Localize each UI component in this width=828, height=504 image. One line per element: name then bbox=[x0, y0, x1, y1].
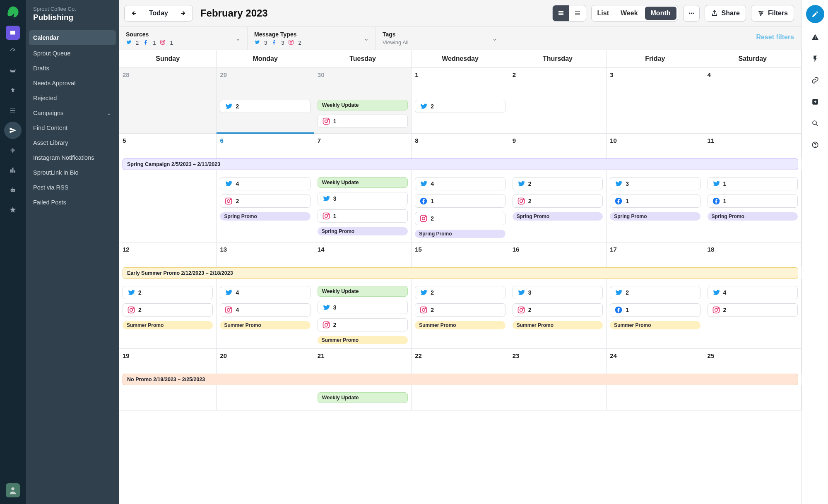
sidebar-item[interactable]: Campaigns⌄ bbox=[26, 106, 119, 120]
post-count-pill[interactable]: 2 bbox=[123, 303, 213, 317]
campaign-banner[interactable]: Early Summer Promo 2/12/2023 – 2/18/2023 bbox=[123, 267, 798, 279]
campaign-tag[interactable]: Spring Promo bbox=[610, 212, 700, 221]
post-count-pill[interactable]: 2 bbox=[415, 303, 505, 317]
calendar-cell-body[interactable]: 2 bbox=[217, 93, 314, 133]
calendar-cell[interactable]: 6 bbox=[217, 134, 314, 158]
calendar-cell[interactable]: 7 bbox=[314, 134, 412, 158]
link-icon[interactable] bbox=[808, 73, 823, 88]
calendar-cell-body[interactable]: 11Spring Promo bbox=[704, 170, 802, 242]
calendar-cell-body[interactable] bbox=[412, 385, 509, 410]
calendar-cell[interactable]: 13 bbox=[217, 242, 314, 267]
campaign-tag[interactable]: Summer Promo bbox=[415, 321, 505, 329]
post-count-pill[interactable]: 1 bbox=[415, 194, 505, 208]
calendar-cell-body[interactable]: 44Summer Promo bbox=[217, 279, 314, 348]
post-count-pill[interactable]: 2 bbox=[513, 303, 603, 317]
nav-analytics-icon[interactable] bbox=[4, 161, 22, 179]
event-pill[interactable]: Weekly Update bbox=[318, 177, 408, 188]
density-full-button[interactable] bbox=[553, 5, 569, 21]
calendar-cell-body[interactable]: 22Summer Promo bbox=[412, 279, 509, 348]
campaign-banner[interactable]: No Promo 2/19/2023 – 2/25/2023 bbox=[123, 374, 798, 385]
next-button[interactable] bbox=[174, 5, 193, 21]
campaign-tag[interactable]: Spring Promo bbox=[708, 212, 798, 221]
post-count-pill[interactable]: 4 bbox=[220, 177, 310, 190]
post-count-pill[interactable]: 2 bbox=[513, 177, 603, 190]
calendar-cell-body[interactable]: Weekly Update bbox=[314, 385, 412, 410]
calendar-cell-body[interactable] bbox=[509, 93, 607, 133]
calendar-cell-body[interactable]: 412Spring Promo bbox=[412, 170, 509, 242]
sidebar-item[interactable]: Calendar bbox=[29, 30, 116, 45]
post-count-pill[interactable]: 4 bbox=[220, 303, 310, 317]
post-count-pill[interactable]: 4 bbox=[415, 177, 505, 190]
user-avatar[interactable] bbox=[6, 483, 20, 497]
bolt-icon[interactable] bbox=[808, 51, 823, 66]
calendar-cell-body[interactable] bbox=[509, 385, 607, 410]
nav-audio-icon[interactable] bbox=[4, 142, 22, 159]
calendar-cell[interactable]: 30 bbox=[314, 68, 412, 93]
calendar-cell-body[interactable]: 22Summer Promo bbox=[119, 279, 217, 348]
calendar-cell[interactable]: 20 bbox=[217, 349, 314, 374]
view-list-button[interactable]: List bbox=[592, 5, 615, 21]
nav-send-icon[interactable] bbox=[4, 122, 22, 139]
post-count-pill[interactable]: 1 bbox=[610, 194, 700, 208]
post-count-pill[interactable]: 2 bbox=[708, 303, 798, 317]
calendar-cell-body[interactable]: 42 bbox=[704, 279, 802, 348]
calendar-cell-body[interactable] bbox=[119, 170, 217, 242]
calendar-cell-body[interactable] bbox=[704, 385, 802, 410]
campaign-tag[interactable]: Summer Promo bbox=[318, 336, 408, 344]
nav-pin-icon[interactable] bbox=[4, 82, 22, 99]
calendar-cell[interactable]: 11 bbox=[704, 134, 802, 158]
calendar-cell[interactable]: 22 bbox=[412, 349, 509, 374]
view-week-button[interactable]: Week bbox=[615, 5, 644, 21]
sidebar-item[interactable]: Needs Approval bbox=[26, 76, 119, 91]
calendar-cell-body[interactable] bbox=[119, 385, 217, 410]
sidebar-item[interactable]: Post via RSS bbox=[26, 180, 119, 195]
sidebar-item[interactable]: Asset Library bbox=[26, 135, 119, 150]
post-count-pill[interactable]: 1 bbox=[610, 303, 700, 317]
calendar-cell[interactable]: 18 bbox=[704, 242, 802, 267]
post-count-pill[interactable]: 1 bbox=[708, 194, 798, 208]
campaign-tag[interactable]: Summer Promo bbox=[513, 321, 603, 329]
sidebar-item[interactable]: Failed Posts bbox=[26, 195, 119, 210]
calendar-cell[interactable]: 24 bbox=[607, 349, 704, 374]
calendar-cell[interactable]: 23 bbox=[509, 349, 607, 374]
post-count-pill[interactable]: 2 bbox=[220, 194, 310, 208]
sidebar-item[interactable]: Find Content bbox=[26, 120, 119, 135]
calendar-cell[interactable]: 4 bbox=[704, 68, 802, 93]
calendar-cell[interactable]: 17 bbox=[607, 242, 704, 267]
nav-publishing-icon[interactable] bbox=[6, 26, 20, 40]
post-count-pill[interactable]: 1 bbox=[708, 177, 798, 190]
calendar-cell[interactable]: 12 bbox=[119, 242, 217, 267]
reset-filters-button[interactable]: Reset filters bbox=[749, 27, 802, 50]
post-count-pill[interactable]: 2 bbox=[123, 286, 213, 299]
post-count-pill[interactable]: 2 bbox=[415, 212, 505, 225]
calendar-cell[interactable]: 16 bbox=[509, 242, 607, 267]
nav-dashboard-icon[interactable] bbox=[4, 42, 22, 60]
calendar-cell[interactable]: 3 bbox=[607, 68, 704, 93]
calendar-cell-body[interactable] bbox=[704, 93, 802, 133]
post-count-pill[interactable]: 2 bbox=[220, 100, 310, 113]
event-pill[interactable]: Weekly Update bbox=[318, 100, 408, 110]
calendar-cell[interactable]: 9 bbox=[509, 134, 607, 158]
help-icon[interactable] bbox=[808, 137, 823, 152]
post-count-pill[interactable]: 2 bbox=[318, 318, 408, 331]
post-count-pill[interactable]: 3 bbox=[513, 286, 603, 299]
post-count-pill[interactable]: 2 bbox=[610, 286, 700, 299]
calendar-cell[interactable]: 2 bbox=[509, 68, 607, 93]
campaign-tag[interactable]: Spring Promo bbox=[513, 212, 603, 221]
post-count-pill[interactable]: 3 bbox=[318, 192, 408, 205]
more-button[interactable] bbox=[683, 5, 700, 22]
sidebar-item[interactable]: SproutLink in Bio bbox=[26, 165, 119, 180]
post-count-pill[interactable]: 4 bbox=[708, 286, 798, 299]
event-pill[interactable]: Weekly Update bbox=[318, 286, 408, 297]
sidebar-item[interactable]: Sprout Queue bbox=[26, 46, 119, 61]
post-count-pill[interactable]: 1 bbox=[318, 115, 408, 128]
calendar-cell-body[interactable] bbox=[119, 93, 217, 133]
search-icon[interactable] bbox=[808, 116, 823, 131]
campaign-tag[interactable]: Spring Promo bbox=[415, 230, 505, 238]
calendar-cell-body[interactable]: 21Summer Promo bbox=[607, 279, 704, 348]
calendar-cell-body[interactable]: 31Spring Promo bbox=[607, 170, 704, 242]
calendar-cell[interactable]: 19 bbox=[119, 349, 217, 374]
filters-button[interactable]: Filters bbox=[751, 5, 794, 22]
calendar-cell[interactable]: 10 bbox=[607, 134, 704, 158]
calendar-cell-body[interactable]: Weekly Update1 bbox=[314, 93, 412, 133]
